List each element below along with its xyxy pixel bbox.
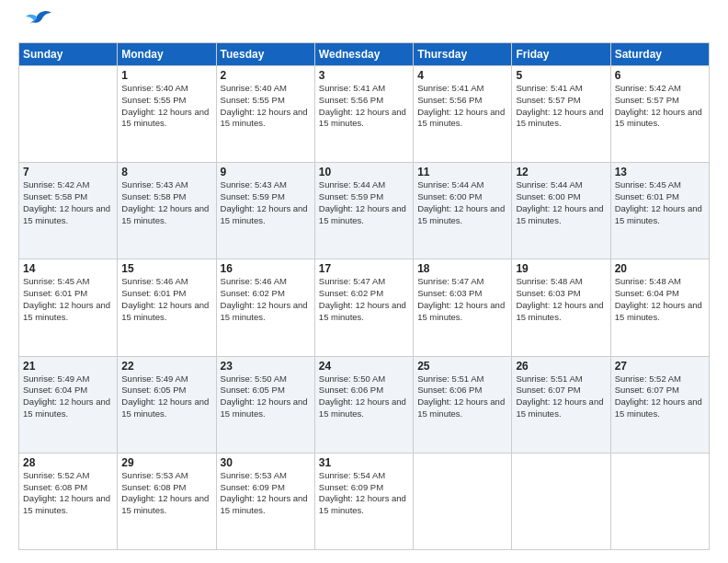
day-number: 29: [121, 456, 211, 469]
calendar-cell: 22Sunrise: 5:49 AMSunset: 6:05 PMDayligh…: [118, 356, 216, 453]
day-info: Sunrise: 5:46 AMSunset: 6:02 PMDaylight:…: [221, 276, 311, 323]
day-info: Sunrise: 5:45 AMSunset: 6:01 PMDaylight:…: [615, 179, 705, 226]
day-info: Sunrise: 5:48 AMSunset: 6:03 PMDaylight:…: [516, 276, 606, 323]
day-number: 25: [417, 360, 507, 373]
day-info: Sunrise: 5:42 AMSunset: 5:57 PMDaylight:…: [615, 83, 705, 130]
day-number: 12: [516, 166, 606, 178]
calendar-cell: 13Sunrise: 5:45 AMSunset: 6:01 PMDayligh…: [610, 163, 709, 259]
calendar-cell: 1Sunrise: 5:40 AMSunset: 5:55 PMDaylight…: [118, 66, 216, 163]
day-number: 24: [319, 360, 409, 373]
day-number: 13: [615, 166, 705, 178]
calendar-cell: 31Sunrise: 5:54 AMSunset: 6:09 PMDayligh…: [314, 453, 413, 549]
calendar-body: 1Sunrise: 5:40 AMSunset: 5:55 PMDaylight…: [19, 66, 710, 550]
calendar-week-row: 28Sunrise: 5:52 AMSunset: 6:08 PMDayligh…: [19, 453, 710, 549]
calendar-cell: 28Sunrise: 5:52 AMSunset: 6:08 PMDayligh…: [19, 453, 118, 549]
calendar-cell: [512, 453, 610, 549]
day-number: 6: [615, 69, 705, 82]
calendar-cell: 12Sunrise: 5:44 AMSunset: 6:00 PMDayligh…: [512, 163, 610, 259]
calendar-week-row: 7Sunrise: 5:42 AMSunset: 5:58 PMDaylight…: [19, 163, 710, 259]
calendar-cell: 27Sunrise: 5:52 AMSunset: 6:07 PMDayligh…: [610, 356, 709, 453]
day-of-week-header: Sunday: [19, 43, 118, 66]
day-info: Sunrise: 5:47 AMSunset: 6:03 PMDaylight:…: [417, 276, 507, 323]
day-info: Sunrise: 5:53 AMSunset: 6:08 PMDaylight:…: [121, 470, 211, 517]
day-of-week-header: Tuesday: [216, 43, 314, 66]
day-of-week-header: Wednesday: [314, 43, 413, 66]
calendar-week-row: 1Sunrise: 5:40 AMSunset: 5:55 PMDaylight…: [19, 66, 710, 163]
calendar-cell: 29Sunrise: 5:53 AMSunset: 6:08 PMDayligh…: [118, 453, 216, 549]
calendar-cell: 20Sunrise: 5:48 AMSunset: 6:04 PMDayligh…: [610, 259, 709, 356]
day-info: Sunrise: 5:41 AMSunset: 5:56 PMDaylight:…: [417, 83, 507, 130]
day-number: 4: [417, 69, 507, 82]
calendar-cell: 16Sunrise: 5:46 AMSunset: 6:02 PMDayligh…: [216, 259, 314, 356]
day-info: Sunrise: 5:40 AMSunset: 5:55 PMDaylight:…: [221, 83, 311, 130]
calendar-cell: [19, 66, 118, 163]
day-number: 5: [516, 69, 606, 82]
day-number: 19: [516, 262, 606, 275]
day-info: Sunrise: 5:47 AMSunset: 6:02 PMDaylight:…: [319, 276, 409, 323]
calendar-cell: 14Sunrise: 5:45 AMSunset: 6:01 PMDayligh…: [19, 259, 118, 356]
calendar-cell: 11Sunrise: 5:44 AMSunset: 6:00 PMDayligh…: [414, 163, 512, 259]
page: SundayMondayTuesdayWednesdayThursdayFrid…: [0, 0, 728, 563]
day-info: Sunrise: 5:44 AMSunset: 6:00 PMDaylight:…: [417, 179, 507, 226]
day-number: 27: [615, 360, 705, 373]
day-of-week-header: Thursday: [414, 43, 512, 66]
day-info: Sunrise: 5:49 AMSunset: 6:05 PMDaylight:…: [121, 373, 211, 420]
day-number: 22: [121, 360, 211, 373]
day-info: Sunrise: 5:43 AMSunset: 5:58 PMDaylight:…: [121, 179, 211, 226]
day-info: Sunrise: 5:43 AMSunset: 5:59 PMDaylight:…: [221, 179, 311, 226]
day-number: 30: [221, 456, 311, 469]
calendar-cell: 23Sunrise: 5:50 AMSunset: 6:05 PMDayligh…: [216, 356, 314, 453]
calendar-week-row: 21Sunrise: 5:49 AMSunset: 6:04 PMDayligh…: [19, 356, 710, 453]
day-of-week-header: Monday: [118, 43, 216, 66]
calendar-cell: 30Sunrise: 5:53 AMSunset: 6:09 PMDayligh…: [216, 453, 314, 549]
calendar-table: SundayMondayTuesdayWednesdayThursdayFrid…: [18, 42, 710, 550]
day-info: Sunrise: 5:41 AMSunset: 5:57 PMDaylight:…: [516, 83, 606, 130]
day-info: Sunrise: 5:44 AMSunset: 5:59 PMDaylight:…: [319, 179, 409, 226]
day-number: 31: [319, 456, 409, 469]
calendar-cell: 9Sunrise: 5:43 AMSunset: 5:59 PMDaylight…: [216, 163, 314, 259]
day-number: 11: [417, 166, 507, 178]
day-number: 9: [221, 166, 311, 178]
day-info: Sunrise: 5:50 AMSunset: 6:05 PMDaylight:…: [221, 373, 311, 420]
day-info: Sunrise: 5:52 AMSunset: 6:07 PMDaylight:…: [615, 373, 705, 420]
calendar-cell: 24Sunrise: 5:50 AMSunset: 6:06 PMDayligh…: [314, 356, 413, 453]
day-number: 7: [23, 166, 113, 178]
day-info: Sunrise: 5:41 AMSunset: 5:56 PMDaylight:…: [319, 83, 409, 130]
logo-bird-icon: [22, 9, 51, 33]
day-number: 20: [615, 262, 705, 275]
day-number: 3: [319, 69, 409, 82]
day-number: 14: [23, 262, 113, 275]
day-info: Sunrise: 5:49 AMSunset: 6:04 PMDaylight:…: [23, 373, 113, 420]
day-info: Sunrise: 5:44 AMSunset: 6:00 PMDaylight:…: [516, 179, 606, 226]
day-number: 21: [23, 360, 113, 373]
day-of-week-header: Friday: [512, 43, 610, 66]
calendar-cell: 10Sunrise: 5:44 AMSunset: 5:59 PMDayligh…: [314, 163, 413, 259]
calendar-cell: [414, 453, 512, 549]
day-info: Sunrise: 5:51 AMSunset: 6:06 PMDaylight:…: [417, 373, 507, 420]
day-number: 15: [121, 262, 211, 275]
calendar-cell: 3Sunrise: 5:41 AMSunset: 5:56 PMDaylight…: [314, 66, 413, 163]
day-info: Sunrise: 5:51 AMSunset: 6:07 PMDaylight:…: [516, 373, 606, 420]
day-info: Sunrise: 5:48 AMSunset: 6:04 PMDaylight:…: [615, 276, 705, 323]
calendar-cell: 18Sunrise: 5:47 AMSunset: 6:03 PMDayligh…: [414, 259, 512, 356]
day-info: Sunrise: 5:45 AMSunset: 6:01 PMDaylight:…: [23, 276, 113, 323]
day-of-week-header: Saturday: [610, 43, 709, 66]
calendar-cell: 4Sunrise: 5:41 AMSunset: 5:56 PMDaylight…: [414, 66, 512, 163]
day-number: 23: [221, 360, 311, 373]
day-info: Sunrise: 5:53 AMSunset: 6:09 PMDaylight:…: [221, 470, 311, 517]
day-info: Sunrise: 5:54 AMSunset: 6:09 PMDaylight:…: [319, 470, 409, 517]
calendar-cell: 25Sunrise: 5:51 AMSunset: 6:06 PMDayligh…: [414, 356, 512, 453]
day-info: Sunrise: 5:40 AMSunset: 5:55 PMDaylight:…: [121, 83, 211, 130]
calendar-cell: 7Sunrise: 5:42 AMSunset: 5:58 PMDaylight…: [19, 163, 118, 259]
day-number: 17: [319, 262, 409, 275]
header: [18, 17, 710, 33]
calendar-cell: 17Sunrise: 5:47 AMSunset: 6:02 PMDayligh…: [314, 259, 413, 356]
calendar-cell: 8Sunrise: 5:43 AMSunset: 5:58 PMDaylight…: [118, 163, 216, 259]
calendar-cell: 2Sunrise: 5:40 AMSunset: 5:55 PMDaylight…: [216, 66, 314, 163]
day-number: 18: [417, 262, 507, 275]
day-number: 28: [23, 456, 113, 469]
day-info: Sunrise: 5:42 AMSunset: 5:58 PMDaylight:…: [23, 179, 113, 226]
calendar-header-row: SundayMondayTuesdayWednesdayThursdayFrid…: [19, 43, 710, 66]
day-number: 1: [121, 69, 211, 82]
day-number: 2: [221, 69, 311, 82]
